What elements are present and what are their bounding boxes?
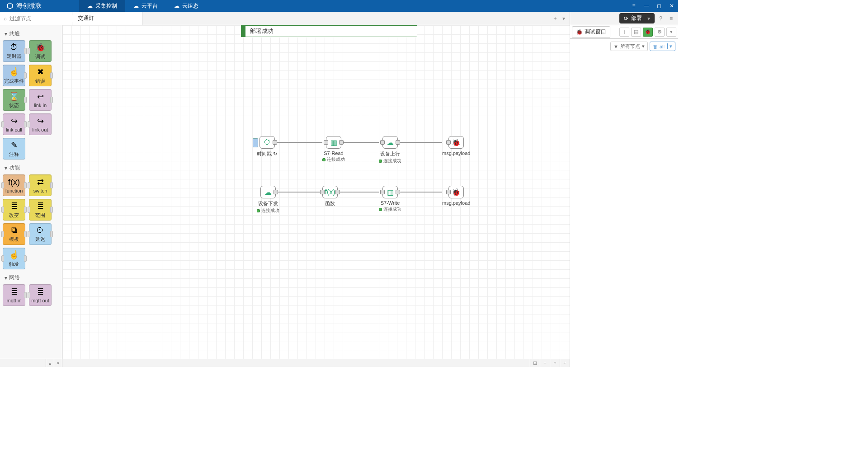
chevron-down-icon: ▾ xyxy=(5,165,7,171)
node-label: 模板 xyxy=(9,236,19,243)
zoom-reset-button[interactable]: ○ xyxy=(550,359,560,367)
flow-node[interactable]: ▥S7-Read连接成功 xyxy=(322,136,345,163)
flow-node[interactable]: 🐞msg.payload xyxy=(442,136,470,156)
flow-node[interactable]: ☁设备下发连接成功 xyxy=(257,186,279,214)
inject-button[interactable] xyxy=(253,138,258,147)
node-icon: ▥ xyxy=(330,138,337,147)
palette-node[interactable]: ≣mqtt out xyxy=(29,284,52,306)
menu-icon[interactable]: ≡ xyxy=(627,0,640,12)
canvas-footer: ⊞ − ○ + xyxy=(62,359,570,367)
topnav-tab[interactable]: ☁云平台 xyxy=(125,0,166,12)
node-icon: ⏱ xyxy=(10,42,18,52)
flow-node[interactable]: ⏱时间戳 ↻ xyxy=(257,136,277,157)
node-label: 触发 xyxy=(9,261,19,268)
minimize-button[interactable]: — xyxy=(640,0,653,12)
palette-category[interactable]: ▾ 功能 xyxy=(3,162,60,174)
flow-node[interactable]: ☁设备上行连接成功 xyxy=(379,136,401,164)
node-label: 状态 xyxy=(9,102,19,109)
flow-tab-bar: 交通灯 ＋ ▾ xyxy=(72,12,570,25)
palette-up-button[interactable]: ▴ xyxy=(46,359,54,367)
palette-node[interactable]: ≣mqtt in xyxy=(3,284,25,306)
palette-node[interactable]: ≣改变 xyxy=(3,199,25,221)
topnav-tab[interactable]: ☁云组态 xyxy=(166,0,207,12)
sidebar: 🐞 调试窗口 i ▤ 🐞 ⚙ ▾ ▼ 所有节点 ▾ 🗑 all ▾ xyxy=(570,25,678,367)
flow-node[interactable]: ▥S7-Write连接成功 xyxy=(379,186,401,212)
topnav-tab[interactable]: ☁采集控制 xyxy=(79,0,125,12)
node-label: mqtt out xyxy=(31,298,49,303)
palette-node[interactable]: ✎注释 xyxy=(3,138,25,160)
flow-node[interactable]: 🐞msg.payload xyxy=(442,186,470,206)
palette-node[interactable]: ⇄switch xyxy=(29,174,52,196)
node-icon: f(x) xyxy=(325,188,335,196)
debug-tab-button[interactable]: 🐞 xyxy=(643,28,653,37)
palette-footer: ▴ ▾ xyxy=(0,359,62,367)
node-label: 完成事件 xyxy=(4,78,24,85)
clear-all-button[interactable]: 🗑 all ▾ xyxy=(650,42,675,51)
filter-input[interactable] xyxy=(9,15,77,22)
node-icon: ≣ xyxy=(11,287,18,297)
chevron-down-icon[interactable]: ▾ xyxy=(666,28,676,37)
node-label: 注释 xyxy=(9,151,19,158)
palette-down-button[interactable]: ▾ xyxy=(54,359,62,367)
config-tab-button[interactable]: ⚙ xyxy=(655,28,665,37)
palette-node[interactable]: ≣范围 xyxy=(29,199,52,221)
add-tab-button[interactable]: ＋ xyxy=(552,14,558,22)
node-label: link call xyxy=(6,127,22,132)
palette-category[interactable]: ▾ 网络 xyxy=(3,272,60,284)
deploy-area: ⟳ 部署 ▾ ? ≡ xyxy=(570,12,678,25)
palette-node[interactable]: ☝完成事件 xyxy=(3,65,25,86)
palette-node[interactable]: ↪link out xyxy=(29,113,52,135)
palette: ▾ 共通⏱定时器🐞调试☝完成事件✖错误⌛状态↩link in↪link call… xyxy=(0,25,62,367)
deploy-button[interactable]: ⟳ 部署 ▾ xyxy=(619,13,655,24)
hamburger-button[interactable]: ≡ xyxy=(667,14,675,24)
help-button[interactable]: ? xyxy=(656,14,665,24)
node-icon: ⇄ xyxy=(37,177,44,187)
node-label: 设备下发 xyxy=(258,200,278,207)
node-icon: ☝ xyxy=(9,250,19,260)
tab-menu-button[interactable]: ▾ xyxy=(562,15,565,22)
flow-tab-label: 交通灯 xyxy=(78,14,94,22)
sidebar-tabs: 🐞 调试窗口 i ▤ 🐞 ⚙ ▾ xyxy=(570,25,678,39)
flow-node[interactable]: f(x)函数 xyxy=(322,186,338,207)
palette-node[interactable]: ☝触发 xyxy=(3,248,25,269)
node-label: 调试 xyxy=(35,53,45,60)
cloud-icon: ☁ xyxy=(174,3,179,9)
flow-tab[interactable]: 交通灯 xyxy=(72,12,142,25)
canvas-view-button[interactable]: ⊞ xyxy=(530,359,540,367)
palette-node[interactable]: f(x)function xyxy=(3,174,25,196)
node-label: link out xyxy=(33,127,48,132)
node-icon: ≣ xyxy=(37,201,44,211)
debug-tab[interactable]: 🐞 调试窗口 xyxy=(572,26,610,38)
palette-node[interactable]: ✖错误 xyxy=(29,65,52,86)
node-icon: ↪ xyxy=(11,116,18,126)
palette-node[interactable]: ⧉模板 xyxy=(3,223,25,245)
cloud-icon: ☁ xyxy=(133,3,139,9)
zoom-out-button[interactable]: − xyxy=(540,359,550,367)
filter-nodes-dropdown[interactable]: ▼ 所有节点 ▾ xyxy=(610,42,648,51)
flow-canvas[interactable]: 部署成功 ⏱时间戳 ↻▥S7-Read连接成功☁设备上行连接成功🐞msg.pay… xyxy=(62,25,570,367)
maximize-button[interactable]: ◻ xyxy=(653,0,665,12)
trash-icon: 🗑 xyxy=(653,44,658,49)
info-tab-button[interactable]: i xyxy=(619,28,629,37)
help-tab-button[interactable]: ▤ xyxy=(631,28,641,37)
debug-content xyxy=(570,54,678,367)
palette-node[interactable]: ↪link call xyxy=(3,113,25,135)
node-label: 时间戳 ↻ xyxy=(257,150,277,157)
filter-wrap: ⌕ xyxy=(0,12,72,25)
palette-node[interactable]: ⏲延迟 xyxy=(29,223,52,245)
node-status: 连接成功 xyxy=(379,158,401,164)
palette-node[interactable]: 🐞调试 xyxy=(29,40,52,62)
palette-node[interactable]: ↩link in xyxy=(29,89,52,111)
title-bar: 海创微联 ☁采集控制☁云平台☁云组态 ≡ — ◻ ✕ xyxy=(0,0,678,12)
chevron-down-icon[interactable]: ▾ xyxy=(647,15,650,22)
node-icon: ☁ xyxy=(264,188,272,197)
close-button[interactable]: ✕ xyxy=(665,0,678,12)
zoom-in-button[interactable]: + xyxy=(560,359,570,367)
palette-node[interactable]: ⏱定时器 xyxy=(3,40,25,62)
topnav-label: 云组态 xyxy=(182,2,198,10)
node-status: 连接成功 xyxy=(322,156,345,163)
palette-category[interactable]: ▾ 共通 xyxy=(3,28,60,40)
palette-node[interactable]: ⌛状态 xyxy=(3,89,25,111)
node-label: msg.payload xyxy=(442,150,470,156)
node-label: 改变 xyxy=(9,212,19,219)
